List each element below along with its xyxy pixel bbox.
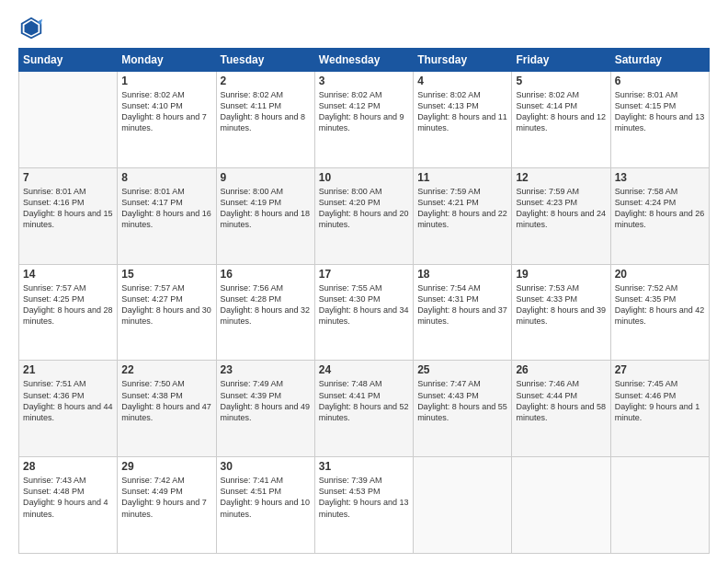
day-number: 3 [319, 75, 409, 87]
calendar-week-row: 1Sunrise: 8:02 AM Sunset: 4:10 PM Daylig… [19, 72, 710, 168]
table-row: 14Sunrise: 7:57 AM Sunset: 4:25 PM Dayli… [19, 264, 118, 361]
col-friday: Friday [512, 49, 610, 72]
calendar-week-row: 14Sunrise: 7:57 AM Sunset: 4:25 PM Dayli… [19, 264, 710, 361]
day-number: 21 [23, 363, 113, 376]
day-number: 14 [23, 268, 113, 281]
day-number: 13 [615, 171, 705, 184]
day-number: 22 [121, 363, 211, 376]
calendar-week-row: 21Sunrise: 7:51 AM Sunset: 4:36 PM Dayli… [19, 361, 710, 457]
day-number: 23 [221, 363, 311, 376]
table-row: 28Sunrise: 7:43 AM Sunset: 4:48 PM Dayli… [19, 457, 118, 554]
col-wednesday: Wednesday [314, 49, 413, 72]
table-row: 9Sunrise: 8:00 AM Sunset: 4:19 PM Daylig… [216, 167, 314, 264]
day-number: 12 [516, 171, 606, 184]
day-number: 25 [417, 363, 507, 376]
cell-details: Sunrise: 8:02 AM Sunset: 4:10 PM Dayligh… [121, 89, 211, 134]
cell-details: Sunrise: 7:59 AM Sunset: 4:21 PM Dayligh… [417, 186, 507, 231]
day-number: 17 [319, 268, 409, 281]
day-number: 16 [221, 268, 311, 281]
table-row: 13Sunrise: 7:58 AM Sunset: 4:24 PM Dayli… [610, 167, 709, 264]
table-row: 4Sunrise: 8:02 AM Sunset: 4:13 PM Daylig… [414, 72, 512, 168]
table-row [512, 457, 610, 554]
cell-details: Sunrise: 8:02 AM Sunset: 4:13 PM Dayligh… [417, 89, 507, 134]
cell-details: Sunrise: 7:41 AM Sunset: 4:51 PM Dayligh… [221, 475, 311, 520]
cell-details: Sunrise: 7:48 AM Sunset: 4:41 PM Dayligh… [319, 378, 409, 423]
cell-details: Sunrise: 8:01 AM Sunset: 4:16 PM Dayligh… [23, 186, 113, 231]
day-number: 1 [121, 75, 211, 87]
table-row: 7Sunrise: 8:01 AM Sunset: 4:16 PM Daylig… [19, 167, 118, 264]
table-row: 11Sunrise: 7:59 AM Sunset: 4:21 PM Dayli… [414, 167, 512, 264]
day-number: 27 [615, 363, 705, 376]
day-number: 4 [417, 75, 507, 87]
cell-details: Sunrise: 7:46 AM Sunset: 4:44 PM Dayligh… [516, 378, 606, 423]
table-row: 16Sunrise: 7:56 AM Sunset: 4:28 PM Dayli… [216, 264, 314, 361]
calendar-table: Sunday Monday Tuesday Wednesday Thursday… [18, 48, 710, 554]
table-row: 8Sunrise: 8:01 AM Sunset: 4:17 PM Daylig… [118, 167, 216, 264]
day-number: 9 [221, 171, 311, 184]
cell-details: Sunrise: 7:55 AM Sunset: 4:30 PM Dayligh… [319, 282, 409, 327]
table-row: 2Sunrise: 8:02 AM Sunset: 4:11 PM Daylig… [216, 72, 314, 168]
table-row: 31Sunrise: 7:39 AM Sunset: 4:53 PM Dayli… [314, 457, 413, 554]
cell-details: Sunrise: 7:50 AM Sunset: 4:38 PM Dayligh… [121, 378, 211, 423]
col-thursday: Thursday [414, 49, 512, 72]
cell-details: Sunrise: 7:49 AM Sunset: 4:39 PM Dayligh… [221, 378, 311, 423]
cell-details: Sunrise: 7:43 AM Sunset: 4:48 PM Dayligh… [23, 475, 113, 520]
table-row: 25Sunrise: 7:47 AM Sunset: 4:43 PM Dayli… [414, 361, 512, 457]
cell-details: Sunrise: 7:57 AM Sunset: 4:25 PM Dayligh… [23, 282, 113, 327]
col-tuesday: Tuesday [216, 49, 314, 72]
col-sunday: Sunday [19, 49, 118, 72]
day-number: 5 [516, 75, 606, 87]
cell-details: Sunrise: 7:39 AM Sunset: 4:53 PM Dayligh… [319, 475, 409, 520]
cell-details: Sunrise: 7:47 AM Sunset: 4:43 PM Dayligh… [417, 378, 507, 423]
table-row: 15Sunrise: 7:57 AM Sunset: 4:27 PM Dayli… [118, 264, 216, 361]
cell-details: Sunrise: 7:58 AM Sunset: 4:24 PM Dayligh… [615, 186, 705, 231]
col-saturday: Saturday [610, 49, 709, 72]
cell-details: Sunrise: 8:01 AM Sunset: 4:17 PM Dayligh… [121, 186, 211, 231]
table-row: 21Sunrise: 7:51 AM Sunset: 4:36 PM Dayli… [19, 361, 118, 457]
table-row: 6Sunrise: 8:01 AM Sunset: 4:15 PM Daylig… [610, 72, 709, 168]
cell-details: Sunrise: 7:54 AM Sunset: 4:31 PM Dayligh… [417, 282, 507, 327]
table-row [414, 457, 512, 554]
day-number: 15 [121, 268, 211, 281]
page: Sunday Monday Tuesday Wednesday Thursday… [0, 0, 728, 563]
day-number: 11 [417, 171, 507, 184]
table-row: 20Sunrise: 7:52 AM Sunset: 4:35 PM Dayli… [610, 264, 709, 361]
col-monday: Monday [118, 49, 216, 72]
day-number: 30 [221, 460, 311, 473]
cell-details: Sunrise: 7:57 AM Sunset: 4:27 PM Dayligh… [121, 282, 211, 327]
table-row: 29Sunrise: 7:42 AM Sunset: 4:49 PM Dayli… [118, 457, 216, 554]
table-row: 1Sunrise: 8:02 AM Sunset: 4:10 PM Daylig… [118, 72, 216, 168]
day-number: 26 [516, 363, 606, 376]
cell-details: Sunrise: 8:02 AM Sunset: 4:12 PM Dayligh… [319, 89, 409, 134]
day-number: 28 [23, 460, 113, 473]
table-row [610, 457, 709, 554]
cell-details: Sunrise: 8:02 AM Sunset: 4:14 PM Dayligh… [516, 89, 606, 134]
day-number: 10 [319, 171, 409, 184]
table-row: 30Sunrise: 7:41 AM Sunset: 4:51 PM Dayli… [216, 457, 314, 554]
cell-details: Sunrise: 7:59 AM Sunset: 4:23 PM Dayligh… [516, 186, 606, 231]
table-row: 27Sunrise: 7:45 AM Sunset: 4:46 PM Dayli… [610, 361, 709, 457]
table-row [19, 72, 118, 168]
table-row: 22Sunrise: 7:50 AM Sunset: 4:38 PM Dayli… [118, 361, 216, 457]
cell-details: Sunrise: 7:56 AM Sunset: 4:28 PM Dayligh… [221, 282, 311, 327]
logo-icon [18, 15, 44, 40]
day-number: 24 [319, 363, 409, 376]
table-row: 10Sunrise: 8:00 AM Sunset: 4:20 PM Dayli… [314, 167, 413, 264]
table-row: 23Sunrise: 7:49 AM Sunset: 4:39 PM Dayli… [216, 361, 314, 457]
day-number: 2 [221, 75, 311, 87]
cell-details: Sunrise: 8:00 AM Sunset: 4:20 PM Dayligh… [319, 186, 409, 231]
cell-details: Sunrise: 8:02 AM Sunset: 4:11 PM Dayligh… [221, 89, 311, 134]
table-row: 19Sunrise: 7:53 AM Sunset: 4:33 PM Dayli… [512, 264, 610, 361]
day-number: 20 [615, 268, 705, 281]
table-row: 26Sunrise: 7:46 AM Sunset: 4:44 PM Dayli… [512, 361, 610, 457]
table-row: 5Sunrise: 8:02 AM Sunset: 4:14 PM Daylig… [512, 72, 610, 168]
cell-details: Sunrise: 7:42 AM Sunset: 4:49 PM Dayligh… [121, 475, 211, 520]
day-number: 19 [516, 268, 606, 281]
table-row: 17Sunrise: 7:55 AM Sunset: 4:30 PM Dayli… [314, 264, 413, 361]
calendar-week-row: 7Sunrise: 8:01 AM Sunset: 4:16 PM Daylig… [19, 167, 710, 264]
cell-details: Sunrise: 7:52 AM Sunset: 4:35 PM Dayligh… [615, 282, 705, 327]
table-row: 3Sunrise: 8:02 AM Sunset: 4:12 PM Daylig… [314, 72, 413, 168]
calendar-header-row: Sunday Monday Tuesday Wednesday Thursday… [19, 49, 710, 72]
day-number: 18 [417, 268, 507, 281]
cell-details: Sunrise: 8:01 AM Sunset: 4:15 PM Dayligh… [615, 89, 705, 134]
